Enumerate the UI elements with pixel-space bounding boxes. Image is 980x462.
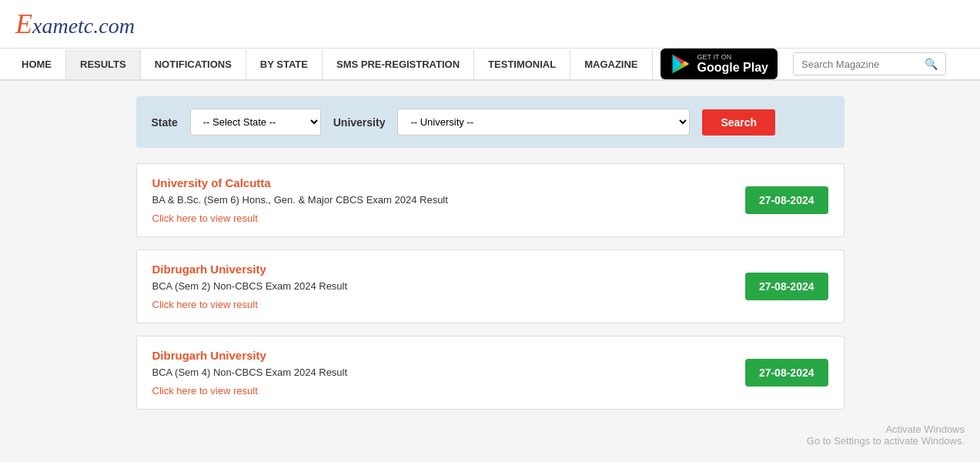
header: Exametc.com	[0, 0, 980, 49]
result-university-0: University of Calcutta	[152, 176, 730, 189]
logo-rest: xametc.com	[32, 14, 135, 38]
state-select[interactable]: -- Select State --	[190, 109, 321, 136]
state-label: State	[152, 116, 178, 129]
filter-bar: State -- Select State -- University -- U…	[136, 96, 845, 148]
result-info-1: Dibrugarh University BCA (Sem 2) Non-CBC…	[152, 263, 730, 310]
logo-e: E	[15, 8, 32, 39]
navigation: HOME RESULTS NOTIFICATIONS BY STATE SMS …	[0, 49, 980, 81]
nav-search-input[interactable]	[794, 54, 917, 75]
result-date-1: 27-08-2024	[745, 273, 828, 300]
nav-by-state[interactable]: BY STATE	[246, 49, 323, 79]
result-university-2: Dibrugarh University	[152, 349, 730, 362]
main-content: State -- Select State -- University -- U…	[121, 96, 860, 410]
result-title-1: BCA (Sem 2) Non-CBCS Exam 2024 Result	[152, 280, 730, 292]
windows-watermark: Activate Windows Go to Settings to activ…	[807, 424, 965, 425]
nav-results[interactable]: RESULTS	[66, 49, 141, 79]
google-play-text: GET IT ON Google Play	[697, 53, 768, 75]
result-link-2[interactable]: Click here to view result	[152, 385, 258, 397]
google-play-icon	[670, 53, 691, 75]
nav-sms[interactable]: SMS PRE-REGISTRATION	[323, 49, 474, 79]
google-play-get-it: GET IT ON	[697, 53, 768, 61]
result-info-0: University of Calcutta BA & B.Sc. (Sem 6…	[152, 176, 730, 224]
nav-notifications[interactable]: NOTIFICATIONS	[141, 49, 246, 79]
google-play-name: Google Play	[697, 61, 768, 75]
result-title-2: BCA (Sem 4) Non-CBCS Exam 2024 Result	[152, 367, 730, 378]
logo[interactable]: Exametc.com	[15, 8, 135, 40]
result-card: University of Calcutta BA & B.Sc. (Sem 6…	[136, 163, 845, 237]
result-date-0: 27-08-2024	[745, 186, 828, 214]
result-university-1: Dibrugarh University	[152, 263, 730, 276]
result-card: Dibrugarh University BCA (Sem 2) Non-CBC…	[136, 249, 845, 323]
nav-search-button[interactable]: 🔍	[917, 53, 945, 75]
university-label: University	[333, 116, 386, 129]
search-button[interactable]: Search	[702, 109, 775, 136]
result-date-2: 27-08-2024	[745, 359, 828, 387]
nav-home[interactable]: HOME	[8, 49, 66, 79]
result-card: Dibrugarh University BCA (Sem 4) Non-CBC…	[136, 336, 845, 410]
nav-search-box: 🔍	[793, 52, 946, 75]
result-info-2: Dibrugarh University BCA (Sem 4) Non-CBC…	[152, 349, 730, 397]
nav-testimonial[interactable]: TESTIMONIAL	[474, 49, 570, 79]
result-link-0[interactable]: Click here to view result	[152, 213, 258, 224]
nav-magazine[interactable]: MAGAZINE	[570, 49, 652, 79]
results-container: University of Calcutta BA & B.Sc. (Sem 6…	[136, 163, 845, 410]
google-play-button[interactable]: GET IT ON Google Play	[661, 49, 778, 79]
watermark-line1: Activate Windows	[807, 424, 965, 425]
result-link-1[interactable]: Click here to view result	[152, 299, 258, 310]
university-select[interactable]: -- University --	[397, 109, 690, 136]
result-title-0: BA & B.Sc. (Sem 6) Hons., Gen. & Major C…	[152, 194, 730, 206]
